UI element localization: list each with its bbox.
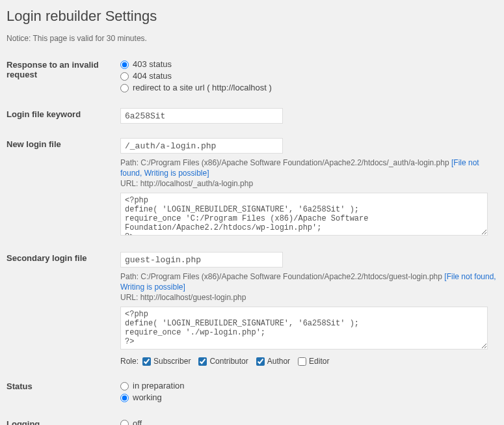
label-response: Response to an invalid request	[7, 59, 120, 79]
secondary-path: C:/Program Files (x86)/Apache Software F…	[140, 272, 442, 281]
radio-working[interactable]	[120, 394, 129, 402]
role-author-label: Author	[267, 357, 290, 366]
secondary-path-prefix: Path:	[120, 272, 140, 281]
secondary-url-prefix: URL:	[120, 293, 140, 302]
newfile-code[interactable]	[120, 193, 488, 236]
radio-redirect-label: redirect to a site url ( http://localhos…	[133, 82, 272, 94]
role-subscriber[interactable]	[142, 357, 151, 366]
radio-404[interactable]	[120, 72, 129, 81]
radio-redirect[interactable]	[120, 84, 129, 92]
newfile-input[interactable]	[120, 138, 283, 154]
label-newfile: New login file	[7, 138, 120, 149]
radio-403-label: 403 status	[133, 59, 172, 70]
radio-inpreparation-label: in preparation	[133, 380, 185, 392]
role-contributor[interactable]	[198, 357, 207, 366]
role-editor-label: Editor	[309, 357, 329, 366]
radio-log-off-label: off	[133, 418, 142, 425]
label-logging: Logging	[7, 418, 120, 425]
label-secondary: Secondary login file	[7, 252, 120, 263]
radio-403[interactable]	[120, 61, 129, 69]
page-notice: Notice: This page is valid for 30 minute…	[7, 34, 497, 43]
role-editor[interactable]	[298, 357, 306, 366]
newfile-url-prefix: URL:	[120, 179, 140, 188]
label-status: Status	[7, 380, 120, 391]
roles-label: Role:	[120, 357, 139, 366]
radio-log-off[interactable]	[120, 420, 129, 426]
label-keyword: Login file keyword	[7, 108, 120, 119]
radio-working-label: working	[133, 392, 162, 404]
newfile-path: C:/Program Files (x86)/Apache Software F…	[140, 158, 449, 167]
radio-404-label: 404 status	[133, 70, 172, 82]
secondary-code[interactable]	[120, 307, 488, 350]
role-contributor-label: Contributor	[209, 357, 248, 366]
role-author[interactable]	[256, 357, 265, 366]
field-response: 403 status 404 status redirect to a site…	[120, 59, 497, 94]
secondary-url: http://localhost/guest-login.php	[140, 293, 246, 302]
page-title: Login rebuilder Settings	[7, 8, 497, 25]
role-subscriber-label: Subscriber	[153, 357, 191, 366]
keyword-input[interactable]	[120, 108, 283, 124]
secondary-input[interactable]	[120, 252, 283, 267]
newfile-url: http://localhost/_auth/a-login.php	[140, 179, 253, 188]
newfile-path-prefix: Path:	[120, 158, 140, 167]
radio-inpreparation[interactable]	[120, 382, 129, 391]
